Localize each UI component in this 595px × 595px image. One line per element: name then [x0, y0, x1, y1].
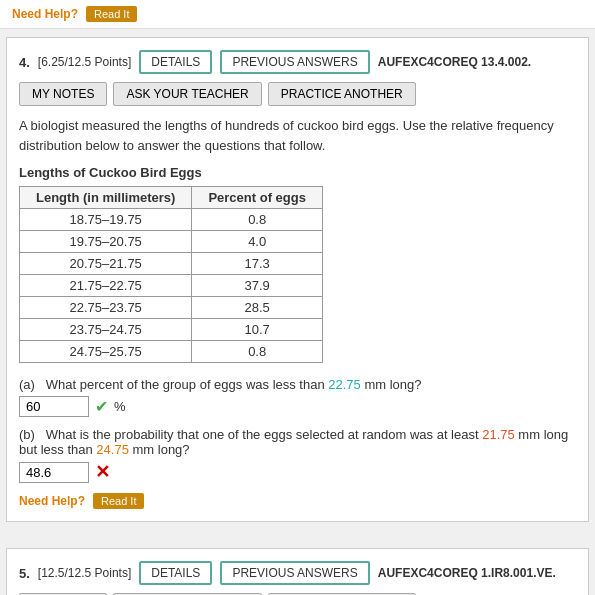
my-notes-button-4[interactable]: MY NOTES	[19, 82, 107, 106]
section-divider	[0, 530, 595, 540]
question-4-text: A biologist measured the lengths of hund…	[19, 116, 576, 155]
question-4-points: [6.25/12.5 Points]	[38, 55, 131, 69]
table-cell-length: 22.75–23.75	[20, 297, 192, 319]
sub-a-percent: %	[114, 399, 126, 414]
sub-question-a: (a) What percent of the group of eggs wa…	[19, 377, 576, 417]
sub-b-input[interactable]	[19, 462, 89, 483]
question-4-header: 4. [6.25/12.5 Points] DETAILS PREVIOUS A…	[19, 50, 576, 74]
table-row: 24.75–25.750.8	[20, 341, 323, 363]
table-cell-length: 18.75–19.75	[20, 209, 192, 231]
sub-a-text-mid: mm long?	[361, 377, 422, 392]
table-cell-percent: 28.5	[192, 297, 323, 319]
table-cell-percent: 37.9	[192, 275, 323, 297]
ask-teacher-button-4[interactable]: ASK YOUR TEACHER	[113, 82, 261, 106]
table-cell-percent: 4.0	[192, 231, 323, 253]
question-5-number: 5.	[19, 566, 30, 581]
sub-a-check-icon: ✔	[95, 397, 108, 416]
previous-answers-button-4[interactable]: PREVIOUS ANSWERS	[220, 50, 369, 74]
question-5-points: [12.5/12.5 Points]	[38, 566, 131, 580]
cuckoo-eggs-table: Length (in millimeters) Percent of eggs …	[19, 186, 323, 363]
question-5-block: 5. [12.5/12.5 Points] DETAILS PREVIOUS A…	[6, 548, 589, 595]
table-cell-length: 20.75–21.75	[20, 253, 192, 275]
sub-b-highlight2: 24.75	[96, 442, 129, 457]
table-row: 18.75–19.750.8	[20, 209, 323, 231]
table-cell-percent: 0.8	[192, 209, 323, 231]
question-4-code: AUFEXC4COREQ 13.4.002.	[378, 55, 531, 69]
previous-answers-button-5[interactable]: PREVIOUS ANSWERS	[220, 561, 369, 585]
need-help-label: Need Help?	[12, 7, 78, 21]
table-row: 20.75–21.7517.3	[20, 253, 323, 275]
sub-a-label: (a) What percent of the group of eggs wa…	[19, 377, 328, 392]
sub-question-b-label: (b) What is the probability that one of …	[19, 427, 576, 457]
details-button-4[interactable]: DETAILS	[139, 50, 212, 74]
sub-question-b: (b) What is the probability that one of …	[19, 427, 576, 483]
table-header-length: Length (in millimeters)	[20, 187, 192, 209]
read-it-button-4[interactable]: Read It	[93, 493, 144, 509]
sub-a-answer-row: ✔ %	[19, 396, 576, 417]
question-5-header: 5. [12.5/12.5 Points] DETAILS PREVIOUS A…	[19, 561, 576, 585]
sub-a-highlight1: 22.75	[328, 377, 361, 392]
table-cell-length: 21.75–22.75	[20, 275, 192, 297]
sub-b-answer-row: ✕	[19, 461, 576, 483]
table-cell-length: 24.75–25.75	[20, 341, 192, 363]
table-row: 23.75–24.7510.7	[20, 319, 323, 341]
question-4-block: 4. [6.25/12.5 Points] DETAILS PREVIOUS A…	[6, 37, 589, 522]
table-title: Lengths of Cuckoo Bird Eggs	[19, 165, 576, 180]
read-it-button[interactable]: Read It	[86, 6, 137, 22]
sub-a-input[interactable]	[19, 396, 89, 417]
sub-question-a-label: (a) What percent of the group of eggs wa…	[19, 377, 576, 392]
top-bar: Need Help? Read It	[0, 0, 595, 29]
table-header-percent: Percent of eggs	[192, 187, 323, 209]
table-cell-length: 23.75–24.75	[20, 319, 192, 341]
table-row: 22.75–23.7528.5	[20, 297, 323, 319]
table-row: 21.75–22.7537.9	[20, 275, 323, 297]
table-cell-percent: 0.8	[192, 341, 323, 363]
need-help-label-4: Need Help?	[19, 494, 85, 508]
question-5-code: AUFEXC4COREQ 1.IR8.001.VE.	[378, 566, 556, 580]
question-4-action-bar: MY NOTES ASK YOUR TEACHER PRACTICE ANOTH…	[19, 82, 576, 106]
practice-another-button-4[interactable]: PRACTICE ANOTHER	[268, 82, 416, 106]
sub-b-text3: mm long?	[129, 442, 190, 457]
table-cell-percent: 17.3	[192, 253, 323, 275]
details-button-5[interactable]: DETAILS	[139, 561, 212, 585]
sub-b-cross-icon: ✕	[95, 461, 110, 483]
sub-b-highlight1: 21.75	[482, 427, 515, 442]
question-4-bottom-bar: Need Help? Read It	[19, 493, 576, 509]
sub-b-text1: (b) What is the probability that one of …	[19, 427, 482, 442]
table-cell-percent: 10.7	[192, 319, 323, 341]
table-row: 19.75–20.754.0	[20, 231, 323, 253]
question-4-number: 4.	[19, 55, 30, 70]
table-cell-length: 19.75–20.75	[20, 231, 192, 253]
